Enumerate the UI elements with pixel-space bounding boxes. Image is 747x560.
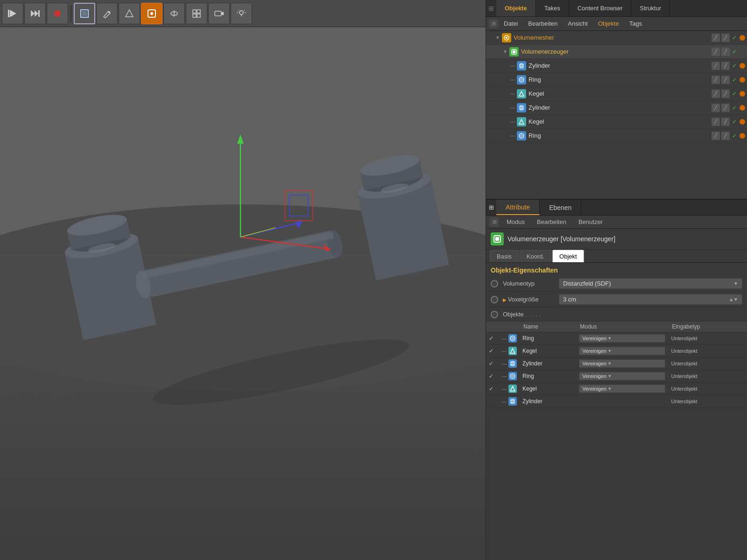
animate-mode-button[interactable]	[163, 3, 185, 24]
tab-takes[interactable]: Takes	[536, 0, 569, 16]
motion-mode-button[interactable]	[141, 3, 162, 24]
attr-modus[interactable]: Modus	[502, 218, 529, 225]
menu-datei[interactable]: Datei	[499, 17, 522, 30]
check-icon-4: ✓	[489, 385, 493, 392]
tree-ctrl-k2b[interactable]: ╱	[721, 118, 730, 126]
tree-expand-arrow[interactable]: ▼	[495, 35, 502, 40]
grid-mode-button[interactable]	[186, 3, 207, 24]
tree-ctrl-k2a[interactable]: ╱	[712, 118, 720, 126]
cell-icon-3: —	[499, 370, 520, 383]
svg-point-71	[519, 133, 524, 138]
paint-mode-button[interactable]	[96, 3, 118, 24]
menu-tags[interactable]: Tags	[625, 17, 647, 30]
play-forward-button[interactable]	[24, 3, 46, 24]
tree-ctrl-r2b[interactable]: ╱	[721, 132, 730, 140]
tree-row-ring1[interactable]: — Ring ╱ ╱ ✓	[486, 73, 747, 87]
cell-icon-5: —	[499, 395, 520, 408]
tree-ctrl-k1b[interactable]: ╱	[721, 90, 730, 98]
table-row[interactable]: ✓ — Zylinder Vereinigen▼ Unterobjekt	[486, 357, 747, 370]
cell-check-3: ✓	[486, 370, 499, 383]
cell-type-2: Unterobjekt	[668, 357, 747, 370]
tab-objekte[interactable]: Objekte	[496, 0, 536, 16]
radio-objekte[interactable]	[491, 311, 498, 318]
tree-ctrl-z2a[interactable]: ╱	[712, 104, 720, 112]
model-mode-button[interactable]	[74, 3, 95, 24]
tree-ctrl-s1[interactable]: ╱	[712, 48, 720, 56]
ring-icon2	[517, 131, 526, 140]
tab-content-browser[interactable]: Content Browser	[569, 0, 632, 16]
tab-struktur[interactable]: Struktur	[631, 0, 670, 16]
subtab-koord[interactable]: Koord.	[520, 250, 551, 262]
col-icon	[499, 322, 520, 332]
table-row[interactable]: — Zylinder Unterobjekt	[486, 395, 747, 408]
cell-type-4: Unterobjekt	[668, 383, 747, 395]
mode-button-1[interactable]: Vereinigen▼	[579, 347, 665, 355]
tree-row-volumemesher[interactable]: ▼ Volumemesher ╱ ╱ ✓	[486, 31, 747, 45]
value-voxelgroesse[interactable]: 3 cm ▲▼	[559, 294, 742, 305]
tree-expand-arrow2[interactable]: ▼	[503, 49, 509, 54]
tab-attribute[interactable]: Attribute	[496, 200, 540, 215]
tree-row-kegel1[interactable]: — Kegel ╱ ╱ ✓	[486, 87, 747, 101]
table-row[interactable]: ✓ — Kegel Vereinigen▼ Unterobjekt	[486, 383, 747, 395]
record-button[interactable]	[47, 3, 68, 24]
tree-check-k2: ✓	[732, 119, 737, 125]
tab-ebenen[interactable]: Ebenen	[540, 200, 581, 215]
attr-benutzer[interactable]: Benutzer	[574, 218, 607, 225]
sculpt-mode-button[interactable]	[119, 3, 140, 24]
mode-button-4[interactable]: Vereinigen▼	[579, 385, 665, 393]
volumerz-icon	[509, 47, 519, 56]
cell-mode-0: Vereinigen▼	[576, 332, 668, 345]
tree-ctrl-k1a[interactable]: ╱	[712, 90, 720, 98]
cell-check-5	[486, 395, 499, 408]
tree-ctrl-r1a[interactable]: ╱	[712, 76, 720, 84]
tree-controls-z2: ╱ ╱ ✓	[712, 104, 745, 112]
tree-ctrl-r2a[interactable]: ╱	[712, 132, 720, 140]
mode-button-2[interactable]: Vereinigen▼	[579, 359, 665, 368]
tree-ctrl-r1b[interactable]: ╱	[721, 76, 730, 84]
obj-icon-3	[508, 372, 517, 380]
viewport[interactable]: oRender ✥ ↑ ↺ ◻	[0, 27, 486, 560]
play-button[interactable]	[2, 3, 23, 24]
tree-row-zylinder2[interactable]: — Zylinder ╱ ╱ ✓	[486, 101, 747, 115]
tree-row-volumerz[interactable]: ▼ Volumenerzeuger ╱ ╱ ✓	[486, 45, 747, 59]
tree-controls-k2: ╱ ╱ ✓	[712, 118, 745, 126]
subtab-basis[interactable]: Basis	[490, 250, 519, 262]
tree-ctrl-z1b[interactable]: ╱	[721, 62, 730, 70]
tree-ctrl-z1a[interactable]: ╱	[712, 62, 720, 70]
cell-name-1: Kegel	[520, 345, 576, 357]
check-icon-2: ✓	[489, 360, 493, 367]
objects-table-container: Name Modus Eingabetyp ✓ — Ring Vereinige…	[486, 322, 747, 560]
camera-button[interactable]	[208, 3, 230, 24]
table-row[interactable]: ✓ — Kegel Vereinigen▼ Unterobjekt	[486, 345, 747, 357]
attr-menu-icon: ⊞	[490, 217, 499, 227]
tree-ctrl-slash2[interactable]: ╱	[721, 34, 730, 42]
attr-bearbeiten[interactable]: Bearbeiten	[532, 218, 571, 225]
tree-leaf2: —	[510, 77, 517, 82]
table-row[interactable]: ✓ — Ring Vereinigen▼ Unterobjekt	[486, 370, 747, 383]
radio-voxelgroesse[interactable]	[491, 296, 498, 303]
cylinder-icon	[517, 61, 526, 70]
subtab-objekt[interactable]: Objekt	[552, 250, 584, 262]
tree-row-kegel2[interactable]: — Kegel ╱ ╱ ✓	[486, 115, 747, 129]
tree-ctrl-s2[interactable]: ╱	[721, 48, 730, 56]
volumemesher-icon	[502, 33, 511, 42]
tree-ctrl-slash[interactable]: ╱	[712, 34, 720, 42]
light-button[interactable]	[231, 3, 252, 24]
attr-panel: ⊞ Attribute Ebenen ⊞ Modus Bearbeiten Be…	[486, 199, 747, 560]
menu-bearbeiten[interactable]: Bearbeiten	[523, 17, 562, 30]
menu-ansicht[interactable]: Ansicht	[563, 17, 592, 30]
tree-row-ring2[interactable]: — Ring ╱ ╱ ✓	[486, 129, 747, 143]
cell-type-5: Unterobjekt	[668, 395, 747, 408]
panel-menu-bar: ⊞ Datei Bearbeiten Ansicht Objekte Tags	[486, 17, 747, 31]
mode-button-0[interactable]: Vereinigen▼	[579, 334, 665, 343]
table-row[interactable]: ✓ — Ring Vereinigen▼ Unterobjekt	[486, 332, 747, 345]
mode-button-3[interactable]: Vereinigen▼	[579, 372, 665, 380]
value-volumentyp[interactable]: Distanzfeld (SDF) ▼	[559, 278, 742, 289]
menu-objekte[interactable]: Objekte	[593, 17, 624, 30]
tree-item-ring2: Ring	[529, 132, 710, 139]
attr-object-row: Volumenerzeuger [Volumenerzeuger]	[486, 229, 747, 250]
tree-ctrl-z2b[interactable]: ╱	[721, 104, 730, 112]
tree-row-zylinder1[interactable]: — Zylinder ╱ ╱ ✓	[486, 59, 747, 73]
radio-volumentyp[interactable]	[491, 280, 498, 287]
svg-rect-60	[513, 50, 515, 53]
